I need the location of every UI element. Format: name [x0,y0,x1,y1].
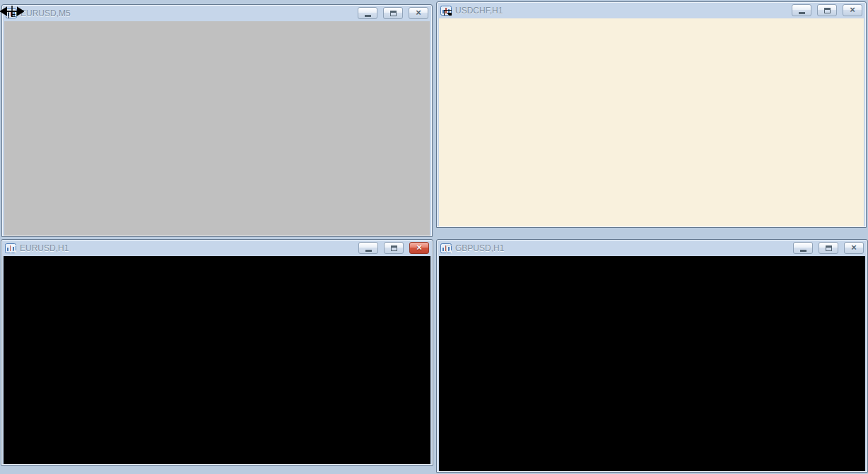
close-button[interactable]: × [409,242,429,254]
restore-icon [824,8,831,13]
window-usdchf-h1: 0.915200.912950.910750.908550.906300.904… [436,1,867,228]
chart-icon: 1.414201.410101.401701.397601.393401.389… [440,243,452,253]
restore-button[interactable] [384,242,404,254]
close-icon: × [416,243,422,252]
chart-client [4,21,430,236]
chart-canvas-eurusd-h1[interactable] [4,256,216,362]
horizontal-resize-cursor-icon [0,4,24,18]
close-icon: × [416,8,421,17]
close-button[interactable]: × [844,242,864,254]
window-eurusd-m5: 1.209251.208251.207201.206201.20764MFI(1… [1,4,433,237]
restore-icon [826,245,832,251]
window-title: EURUSD,M5 [20,8,71,18]
titlebar[interactable]: 1.215951.213451.210901.208401.205851.203… [4,240,430,256]
window-gbpusd-h1: 1.414201.410101.401701.397601.393401.389… [436,239,868,473]
chart-client [4,256,430,464]
close-button[interactable]: × [843,4,862,16]
close-icon: × [851,243,857,252]
chart-canvas-eurusd-m5[interactable] [4,21,216,127]
chart-client [439,18,864,226]
titlebar[interactable]: 1.209251.208251.207201.206201.20764MFI(1… [4,5,430,21]
close-icon: × [850,5,855,14]
window-title: GBPUSD,H1 [455,243,504,253]
titlebar[interactable]: 0.915200.912950.910750.908550.906300.904… [439,2,864,18]
minimize-icon [800,250,807,252]
restore-button[interactable] [817,4,837,16]
mt4-workspace: { "cursor": {"icon": "horizontal-resize-… [0,0,868,474]
minimize-icon [365,250,372,252]
chart-icon: 1.215951.213451.210901.208401.205851.203… [5,243,16,253]
restore-button[interactable] [819,242,838,254]
minimize-button[interactable] [792,4,811,16]
minimize-button[interactable] [793,242,813,254]
titlebar[interactable]: 1.414201.410101.401701.397601.393401.389… [439,240,865,256]
chart-icon: 0.915200.912950.910750.908550.906300.904… [440,6,452,16]
window-eurusd-h1: 1.215951.213451.210901.208401.205851.203… [1,239,433,466]
restore-icon [390,11,397,16]
minimize-icon [799,12,805,14]
chart-canvas-gbpusd-h1[interactable] [439,256,651,362]
window-title: USDCHF,H1 [455,6,503,16]
minimize-icon [365,15,371,17]
minimize-button[interactable] [358,7,377,19]
chart-canvas-usdchf-h1[interactable] [439,18,651,125]
minimize-button[interactable] [358,242,378,254]
restore-icon [391,245,397,251]
window-title: EURUSD,H1 [20,243,69,253]
chart-client [439,256,865,471]
restore-button[interactable] [383,7,403,19]
close-button[interactable]: × [409,7,428,19]
